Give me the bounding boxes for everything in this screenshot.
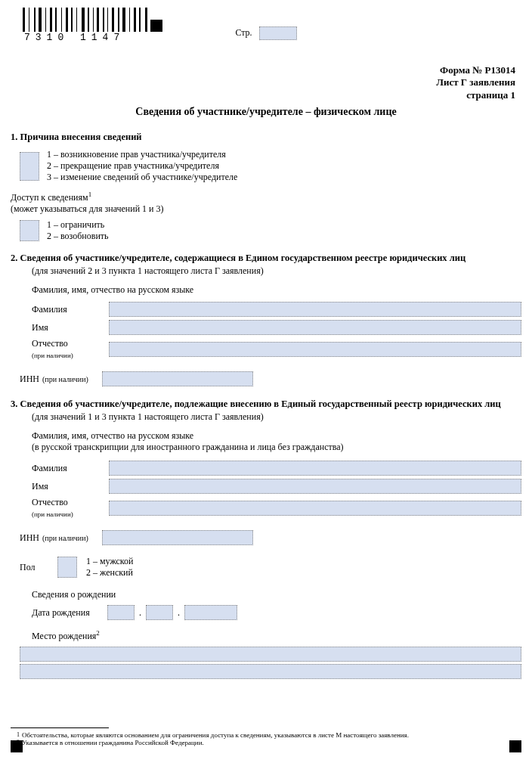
s2-patronymic-field[interactable] — [109, 342, 521, 357]
access-note: (может указываться для значений 1 и 3) — [11, 203, 521, 215]
reason-opt2: 2 – прекращение прав участника/учредител… — [47, 160, 237, 172]
s3-surname-field[interactable] — [109, 461, 521, 476]
section2-heading: 2. Сведения об участнике/учредителе, сод… — [11, 253, 521, 264]
marker-square-bl — [11, 740, 23, 752]
footnote-2: Указывается в отношении гражданина Росси… — [22, 739, 204, 746]
s3-surname-label: Фамилия — [32, 463, 109, 474]
gender-opt1: 1 – мужской — [86, 556, 133, 567]
s2-patronymic-note: (при наличии) — [32, 352, 73, 359]
s2-inn-field[interactable] — [102, 371, 253, 386]
birth-place-field-1[interactable] — [20, 647, 521, 662]
s3-name-label: Имя — [32, 481, 109, 492]
section1-heading: 1. Причина внесения сведений — [11, 132, 521, 143]
access-opt2: 2 – возобновить — [47, 231, 109, 242]
section2-fio-label: Фамилия, имя, отчество на русском языке — [32, 284, 521, 296]
s3-patronymic-field[interactable] — [109, 501, 521, 516]
reason-opt1: 1 – возникновение прав участника/учредит… — [47, 149, 237, 160]
s3-name-field[interactable] — [109, 479, 521, 494]
page-of: страница 1 — [436, 89, 515, 101]
section3-note: (для значений 1 и 3 пункта 1 настоящего … — [32, 411, 521, 423]
access-opt1: 1 – ограничить — [47, 219, 109, 231]
page-number-field[interactable] — [259, 26, 297, 40]
birth-place-label: Место рождения — [32, 631, 96, 641]
gender-label: Пол — [20, 562, 50, 573]
s2-patronymic-label: Отчество — [32, 338, 68, 349]
s2-surname-field[interactable] — [109, 302, 521, 317]
s2-name-field[interactable] — [109, 320, 521, 335]
s3-patronymic-note: (при наличии) — [32, 510, 73, 518]
birth-year-field[interactable] — [184, 605, 237, 620]
s3-inn-field[interactable] — [102, 530, 253, 545]
form-header: Форма № Р13014 Лист Г заявления страница… — [436, 64, 515, 101]
s2-inn-note: (при наличии) — [42, 375, 88, 383]
sheet-label: Лист Г заявления — [436, 76, 515, 88]
section3-heading: 3. Сведения об участнике/учредителе, под… — [11, 399, 521, 410]
birth-heading: Сведения о рождении — [32, 589, 521, 600]
s3-patronymic-label: Отчество — [32, 497, 68, 507]
birth-place-field-2[interactable] — [20, 664, 521, 679]
form-code: Форма № Р13014 — [436, 64, 515, 76]
access-code-field[interactable] — [20, 220, 39, 241]
birth-place-sup: 2 — [96, 629, 100, 637]
birth-day-field[interactable] — [107, 605, 135, 620]
s2-inn-label: ИНН — [20, 374, 39, 385]
s2-surname-label: Фамилия — [32, 304, 109, 315]
footnote-1: Обстоятельства, которые являются основан… — [22, 731, 409, 739]
s2-name-label: Имя — [32, 322, 109, 333]
birth-month-field[interactable] — [146, 605, 173, 620]
page-label: Стр. — [235, 27, 252, 38]
birth-date-label: Дата рождения — [32, 607, 107, 619]
section3-fio-label: Фамилия, имя, отчество на русском языке — [32, 430, 521, 442]
page-title: Сведения об участнике/учредителе – физич… — [11, 106, 521, 118]
marker-square-br — [509, 740, 521, 752]
section3-fio-note: (в русской транскрипции для иностранного… — [32, 442, 521, 453]
reason-code-field[interactable] — [20, 152, 39, 181]
access-heading: Доступ к сведениям — [11, 192, 88, 203]
access-sup: 1 — [88, 191, 92, 198]
reason-opt3: 3 – изменение сведений об участнике/учре… — [47, 172, 237, 183]
s3-inn-label: ИНН — [20, 532, 39, 544]
s3-inn-note: (при наличии) — [42, 534, 88, 542]
gender-opt2: 2 – женский — [86, 567, 133, 579]
section2-note: (для значений 2 и 3 пункта 1 настоящего … — [32, 265, 521, 277]
footnotes: 1Обстоятельства, которые являются основа… — [11, 727, 521, 746]
gender-field[interactable] — [57, 557, 77, 578]
